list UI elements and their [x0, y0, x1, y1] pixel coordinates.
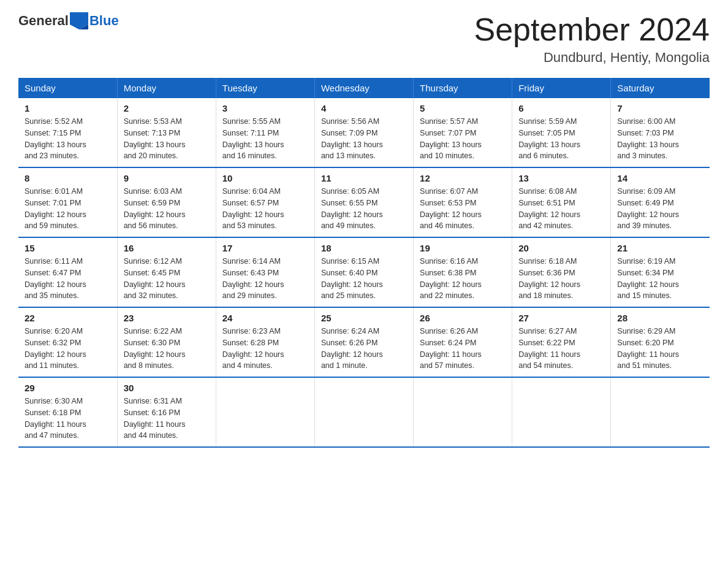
calendar-cell: 27Sunrise: 6:27 AM Sunset: 6:22 PM Dayli…: [512, 307, 611, 377]
calendar-cell: 11Sunrise: 6:05 AM Sunset: 6:55 PM Dayli…: [314, 167, 413, 237]
calendar-week-row: 15Sunrise: 6:11 AM Sunset: 6:47 PM Dayli…: [18, 237, 710, 307]
day-number: 3: [222, 103, 308, 113]
day-number: 24: [222, 313, 308, 323]
logo-blue: Blue: [89, 13, 119, 29]
day-number: 16: [124, 243, 210, 253]
calendar-cell: 4Sunrise: 5:56 AM Sunset: 7:09 PM Daylig…: [314, 98, 413, 167]
weekday-header: Saturday: [611, 78, 710, 98]
weekday-header: Tuesday: [216, 78, 314, 98]
day-info: Sunrise: 6:01 AM Sunset: 7:01 PM Dayligh…: [25, 186, 111, 232]
calendar-cell: 8Sunrise: 6:01 AM Sunset: 7:01 PM Daylig…: [18, 167, 117, 237]
day-info: Sunrise: 6:14 AM Sunset: 6:43 PM Dayligh…: [222, 256, 308, 302]
calendar-cell: 6Sunrise: 5:59 AM Sunset: 7:05 PM Daylig…: [512, 98, 611, 167]
title-block: September 2024 Dundburd, Hentiy, Mongoli…: [474, 12, 710, 66]
day-info: Sunrise: 6:00 AM Sunset: 7:03 PM Dayligh…: [617, 116, 703, 162]
day-info: Sunrise: 6:11 AM Sunset: 6:47 PM Dayligh…: [25, 256, 111, 302]
calendar-cell: 18Sunrise: 6:15 AM Sunset: 6:40 PM Dayli…: [314, 237, 413, 307]
weekday-header-row: SundayMondayTuesdayWednesdayThursdayFrid…: [18, 78, 710, 98]
day-info: Sunrise: 6:04 AM Sunset: 6:57 PM Dayligh…: [222, 186, 308, 232]
day-number: 2: [124, 103, 210, 113]
day-info: Sunrise: 6:24 AM Sunset: 6:26 PM Dayligh…: [321, 326, 407, 372]
weekday-header: Monday: [117, 78, 216, 98]
calendar-cell: 22Sunrise: 6:20 AM Sunset: 6:32 PM Dayli…: [18, 307, 117, 377]
day-number: 12: [420, 173, 506, 183]
day-number: 1: [25, 103, 111, 113]
day-info: Sunrise: 6:20 AM Sunset: 6:32 PM Dayligh…: [25, 326, 111, 372]
logo: General Blue: [18, 12, 119, 29]
calendar-cell: 5Sunrise: 5:57 AM Sunset: 7:07 PM Daylig…: [414, 98, 512, 167]
day-number: 26: [420, 313, 506, 323]
day-number: 29: [25, 383, 111, 393]
day-info: Sunrise: 6:18 AM Sunset: 6:36 PM Dayligh…: [518, 256, 604, 302]
day-info: Sunrise: 5:55 AM Sunset: 7:11 PM Dayligh…: [222, 116, 308, 162]
day-number: 4: [321, 103, 407, 113]
day-info: Sunrise: 6:05 AM Sunset: 6:55 PM Dayligh…: [321, 186, 407, 232]
day-number: 10: [222, 173, 308, 183]
day-number: 5: [420, 103, 506, 113]
calendar-cell: 17Sunrise: 6:14 AM Sunset: 6:43 PM Dayli…: [216, 237, 314, 307]
day-number: 6: [518, 103, 604, 113]
calendar-cell: 14Sunrise: 6:09 AM Sunset: 6:49 PM Dayli…: [611, 167, 710, 237]
day-info: Sunrise: 5:57 AM Sunset: 7:07 PM Dayligh…: [420, 116, 506, 162]
calendar-week-row: 29Sunrise: 6:30 AM Sunset: 6:18 PM Dayli…: [18, 377, 710, 447]
day-info: Sunrise: 6:09 AM Sunset: 6:49 PM Dayligh…: [617, 186, 703, 232]
calendar-cell: 12Sunrise: 6:07 AM Sunset: 6:53 PM Dayli…: [414, 167, 512, 237]
day-info: Sunrise: 6:03 AM Sunset: 6:59 PM Dayligh…: [124, 186, 210, 232]
page-header: General Blue September 2024 Dundburd, He…: [18, 12, 710, 66]
calendar-cell: 3Sunrise: 5:55 AM Sunset: 7:11 PM Daylig…: [216, 98, 314, 167]
day-info: Sunrise: 6:29 AM Sunset: 6:20 PM Dayligh…: [617, 326, 703, 372]
weekday-header: Wednesday: [314, 78, 413, 98]
day-info: Sunrise: 6:26 AM Sunset: 6:24 PM Dayligh…: [420, 326, 506, 372]
calendar-cell: 21Sunrise: 6:19 AM Sunset: 6:34 PM Dayli…: [611, 237, 710, 307]
subtitle: Dundburd, Hentiy, Mongolia: [474, 50, 710, 66]
calendar-cell: 25Sunrise: 6:24 AM Sunset: 6:26 PM Dayli…: [314, 307, 413, 377]
calendar-cell: 2Sunrise: 5:53 AM Sunset: 7:13 PM Daylig…: [117, 98, 216, 167]
calendar-cell: 10Sunrise: 6:04 AM Sunset: 6:57 PM Dayli…: [216, 167, 314, 237]
day-info: Sunrise: 5:59 AM Sunset: 7:05 PM Dayligh…: [518, 116, 604, 162]
calendar-week-row: 1Sunrise: 5:52 AM Sunset: 7:15 PM Daylig…: [18, 98, 710, 167]
calendar-cell: 24Sunrise: 6:23 AM Sunset: 6:28 PM Dayli…: [216, 307, 314, 377]
day-number: 13: [518, 173, 604, 183]
calendar-cell: 16Sunrise: 6:12 AM Sunset: 6:45 PM Dayli…: [117, 237, 216, 307]
calendar-cell: 9Sunrise: 6:03 AM Sunset: 6:59 PM Daylig…: [117, 167, 216, 237]
day-number: 21: [617, 243, 703, 253]
day-info: Sunrise: 6:07 AM Sunset: 6:53 PM Dayligh…: [420, 186, 506, 232]
day-number: 27: [518, 313, 604, 323]
calendar-cell: [216, 377, 314, 447]
day-info: Sunrise: 6:30 AM Sunset: 6:18 PM Dayligh…: [25, 396, 111, 442]
day-info: Sunrise: 6:27 AM Sunset: 6:22 PM Dayligh…: [518, 326, 604, 372]
calendar-table: SundayMondayTuesdayWednesdayThursdayFrid…: [18, 78, 710, 448]
logo-general: General: [18, 13, 69, 29]
calendar-cell: 15Sunrise: 6:11 AM Sunset: 6:47 PM Dayli…: [18, 237, 117, 307]
calendar-cell: [314, 377, 413, 447]
day-number: 15: [25, 243, 111, 253]
day-number: 7: [617, 103, 703, 113]
calendar-cell: 19Sunrise: 6:16 AM Sunset: 6:38 PM Dayli…: [414, 237, 512, 307]
day-info: Sunrise: 6:19 AM Sunset: 6:34 PM Dayligh…: [617, 256, 703, 302]
day-info: Sunrise: 6:15 AM Sunset: 6:40 PM Dayligh…: [321, 256, 407, 302]
calendar-cell: 20Sunrise: 6:18 AM Sunset: 6:36 PM Dayli…: [512, 237, 611, 307]
calendar-cell: 7Sunrise: 6:00 AM Sunset: 7:03 PM Daylig…: [611, 98, 710, 167]
day-info: Sunrise: 6:16 AM Sunset: 6:38 PM Dayligh…: [420, 256, 506, 302]
day-info: Sunrise: 6:22 AM Sunset: 6:30 PM Dayligh…: [124, 326, 210, 372]
day-info: Sunrise: 6:08 AM Sunset: 6:51 PM Dayligh…: [518, 186, 604, 232]
calendar-cell: 29Sunrise: 6:30 AM Sunset: 6:18 PM Dayli…: [18, 377, 117, 447]
calendar-cell: [611, 377, 710, 447]
calendar-week-row: 8Sunrise: 6:01 AM Sunset: 7:01 PM Daylig…: [18, 167, 710, 237]
day-info: Sunrise: 5:56 AM Sunset: 7:09 PM Dayligh…: [321, 116, 407, 162]
day-number: 23: [124, 313, 210, 323]
day-number: 14: [617, 173, 703, 183]
calendar-cell: [414, 377, 512, 447]
day-number: 25: [321, 313, 407, 323]
day-number: 8: [25, 173, 111, 183]
calendar-cell: 1Sunrise: 5:52 AM Sunset: 7:15 PM Daylig…: [18, 98, 117, 167]
logo-icon: [70, 12, 88, 29]
calendar-cell: 28Sunrise: 6:29 AM Sunset: 6:20 PM Dayli…: [611, 307, 710, 377]
day-number: 18: [321, 243, 407, 253]
day-number: 17: [222, 243, 308, 253]
day-number: 30: [124, 383, 210, 393]
weekday-header: Friday: [512, 78, 611, 98]
day-number: 19: [420, 243, 506, 253]
calendar-cell: 30Sunrise: 6:31 AM Sunset: 6:16 PM Dayli…: [117, 377, 216, 447]
calendar-cell: [512, 377, 611, 447]
